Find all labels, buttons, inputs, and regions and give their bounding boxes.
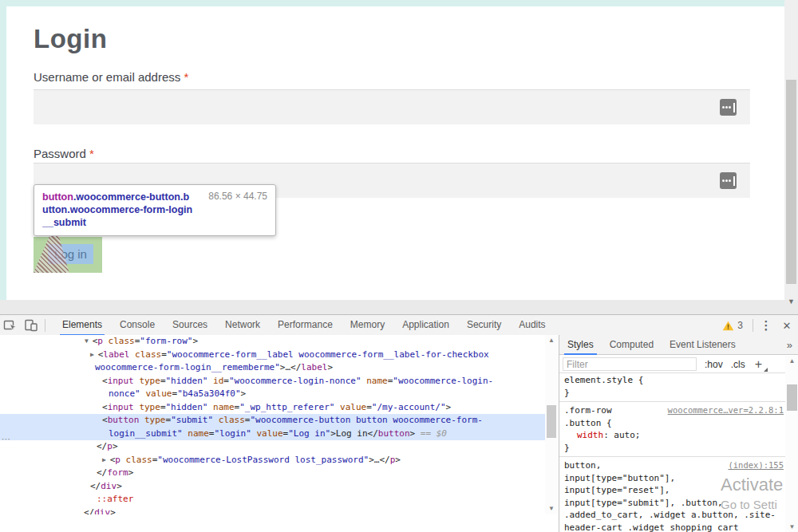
tab-performance[interactable]: Performance	[269, 315, 342, 336]
css-property[interactable]: width: auto;	[559, 429, 785, 442]
page-border-top	[0, 0, 784, 6]
rule-separator	[559, 401, 785, 402]
dom-node-line[interactable]: </form>	[0, 467, 545, 480]
elements-panel: ⋯ ▼ <p class="form-row">▶ <label class="…	[0, 335, 559, 532]
tab-overflow-icon[interactable]: »	[780, 339, 798, 351]
elements-scrollbar[interactable]: ▲ ▼	[545, 335, 558, 514]
css-selector-line[interactable]: input[type="submit"], .button,	[559, 497, 785, 510]
toolbar-divider	[753, 319, 753, 332]
tab-application[interactable]: Application	[393, 315, 458, 336]
browser-page: Login Username or email address * Passwo…	[0, 0, 798, 300]
required-asterisk: *	[89, 147, 94, 160]
toolbar-divider	[45, 319, 45, 332]
tab-memory[interactable]: Memory	[342, 315, 393, 336]
inspect-element-icon[interactable]	[0, 315, 21, 335]
toggle-hover-state[interactable]: :hov	[705, 359, 723, 370]
tooltip-class-line2: utton.woocommerce-form-login	[42, 203, 267, 216]
tab-event-listeners[interactable]: Event Listeners	[662, 335, 744, 355]
css-selector-line[interactable]: }	[559, 387, 785, 400]
selected-row-gutter-dots[interactable]: ⋯	[2, 434, 10, 444]
scroll-down-arrow-icon[interactable]: ▼	[545, 504, 558, 514]
styles-scrollbar[interactable]: ▲ ▼	[785, 356, 798, 532]
dom-node-line[interactable]: woocommerce-form-login__rememberme">…</l…	[0, 361, 545, 375]
dom-node-line[interactable]: </p>	[0, 440, 545, 454]
page-scrollbar[interactable]	[784, 0, 798, 300]
dom-node-line[interactable]: login__submit" name="login" value="Log i…	[0, 428, 545, 441]
required-asterisk: *	[184, 70, 188, 84]
inspect-tooltip: button.woocommerce-button.b 86.56 × 44.7…	[34, 184, 276, 236]
tab-elements[interactable]: Elements	[53, 315, 111, 336]
styles-filter-input[interactable]	[563, 357, 697, 371]
css-selector-line[interactable]: input[type="button"],	[559, 472, 785, 485]
stylesheet-source-link[interactable]: woocommerce…ver=2.2.8:1	[668, 404, 784, 417]
dom-node-line[interactable]: ▼ <p class="form-row">	[0, 335, 545, 349]
dom-node-line[interactable]: ▶ <label class="woocommerce-form__label …	[0, 349, 545, 362]
scroll-down-arrow-icon[interactable]: ▼	[785, 295, 797, 308]
styles-sidebar: StylesComputedEvent Listeners» :hov .cls…	[559, 335, 798, 532]
username-input[interactable]	[34, 89, 750, 124]
tooltip-class: .woocommerce-button.b	[73, 191, 189, 203]
css-selector-line[interactable]: .button {	[559, 417, 785, 430]
styles-rules[interactable]: element.style {}woocommerce…ver=2.2.8:1.…	[559, 374, 785, 532]
autofill-icon[interactable]	[720, 172, 737, 189]
toggle-class-editor[interactable]: .cls	[731, 359, 745, 370]
css-selector-line[interactable]: header-cart .widget_shopping_cart	[559, 522, 785, 532]
tooltip-tag: button	[42, 191, 73, 203]
new-style-rule-button[interactable]: +	[755, 357, 762, 372]
dom-node-line[interactable]: </div>	[0, 506, 545, 515]
dom-node-line[interactable]: </div>	[0, 480, 545, 494]
tab-security[interactable]: Security	[458, 315, 510, 336]
tab-audits[interactable]: Audits	[510, 315, 554, 336]
scroll-down-arrow-icon[interactable]: ▼	[785, 522, 798, 532]
dom-node-line[interactable]: <input type="hidden" id="woocommerce-log…	[0, 375, 545, 388]
dom-node-line[interactable]: <button type="submit" class="woocommerce…	[0, 414, 545, 428]
tab-sources[interactable]: Sources	[164, 315, 216, 336]
dom-node-line[interactable]: nonce" value="b4a5a304f0">	[0, 388, 545, 401]
css-selector-line[interactable]: }	[559, 442, 785, 455]
tooltip-dimensions: 86.56 × 44.75	[202, 191, 267, 203]
css-selector-line[interactable]: element.style {	[559, 374, 785, 387]
devtools-close-icon[interactable]: ✕	[776, 320, 798, 332]
username-label: Username or email address *	[34, 70, 188, 84]
page-bottom-strip	[0, 300, 798, 314]
scroll-up-arrow-icon[interactable]: ▲	[785, 357, 798, 366]
dom-node-line[interactable]: ▶ <p class="woocommerce-LostPassword los…	[0, 454, 545, 467]
elements-scrollbar-thumb[interactable]	[547, 405, 556, 438]
tab-network[interactable]: Network	[216, 315, 269, 336]
page-scrollbar-thumb[interactable]	[786, 80, 796, 284]
tab-computed[interactable]: Computed	[602, 335, 662, 355]
elements-code[interactable]: ▼ <p class="form-row">▶ <label class="wo…	[0, 335, 545, 514]
rule-separator	[559, 456, 785, 457]
styles-scrollbar-thumb[interactable]	[787, 384, 797, 411]
devtools-window: ElementsConsoleSourcesNetworkPerformance…	[0, 314, 798, 532]
console-warning-badge[interactable]: 3	[722, 320, 743, 331]
dom-node-line[interactable]: ::after	[0, 493, 545, 506]
autofill-icon[interactable]	[720, 99, 737, 116]
css-selector-line[interactable]: woocommerce…ver=2.2.8:1.form-row	[559, 404, 785, 417]
page-title: Login	[34, 24, 107, 54]
password-label: Password *	[34, 147, 94, 160]
css-selector-line[interactable]: (index):155button,	[559, 459, 785, 472]
tooltip-class-line3: __submit	[42, 216, 267, 229]
css-selector-line[interactable]: .added_to_cart, .widget a.button, .site-	[559, 509, 785, 522]
styles-filter-row: :hov .cls +	[559, 356, 785, 373]
tab-console[interactable]: Console	[111, 315, 164, 336]
warning-icon	[722, 321, 734, 331]
tab-styles[interactable]: Styles	[559, 335, 602, 355]
devtools-toolbar: ElementsConsoleSourcesNetworkPerformance…	[0, 315, 798, 336]
devtools-menu-icon[interactable]: ⋮	[757, 318, 776, 333]
css-selector-line[interactable]: input[type="reset"],	[559, 484, 785, 497]
screenshot-root: Login Username or email address * Passwo…	[0, 0, 798, 532]
devtools-tabs: ElementsConsoleSourcesNetworkPerformance…	[53, 315, 555, 336]
scroll-up-arrow-icon[interactable]: ▲	[545, 336, 558, 345]
stylesheet-source-link[interactable]: (index):155	[728, 459, 784, 472]
dom-node-line[interactable]: <input type="hidden" name="_wp_http_refe…	[0, 401, 545, 415]
sidebar-tabs: StylesComputedEvent Listeners»	[559, 335, 798, 355]
page-border-left	[0, 0, 6, 300]
device-toolbar-icon[interactable]	[21, 315, 41, 335]
